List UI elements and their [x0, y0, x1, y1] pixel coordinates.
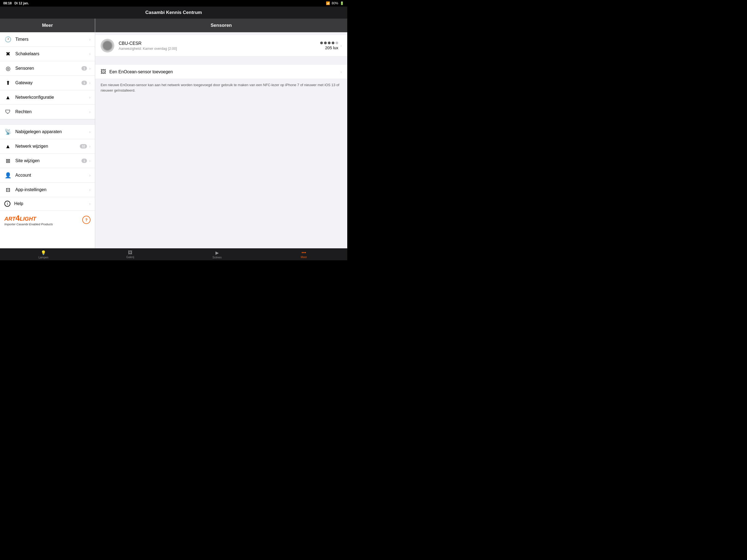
lamp-icon: 💡	[41, 250, 46, 255]
chevron-right-icon: ›	[89, 173, 91, 177]
sidebar-item-help[interactable]: i Help ›	[0, 197, 95, 210]
sidebar-label-nabijgelegen: Nabijgelegen apparaten	[15, 129, 89, 134]
sidebar-item-schakelaars[interactable]: ✖ Schakelaars ›	[0, 47, 95, 61]
sidebar-item-netwerkconfiguratie[interactable]: ▲ Netwerkconfiguratie ›	[0, 90, 95, 105]
sidebar-item-netwerk-wijzigen[interactable]: ▲ Netwerk wijzigen 32 ›	[0, 139, 95, 154]
chevron-right-icon: ›	[89, 144, 91, 149]
netwerk-badge: 32	[80, 144, 87, 149]
logo-section: ART4LIGHT Importer Casambi Enabled Produ…	[0, 210, 95, 229]
bottom-tab-bar: 💡 Lampen 🖼 Galerij ▶ Scènes ••• Meer	[0, 248, 347, 260]
sidebar-item-site-wijzigen[interactable]: ⊞ Site wijzigen 1 ›	[0, 154, 95, 168]
battery-icon: 🔋	[340, 1, 344, 5]
tab-label-galerij: Galerij	[126, 256, 134, 259]
gallery-icon: 🖼	[128, 250, 132, 255]
sidebar-label-gateway: Gateway	[15, 80, 81, 85]
app-title: Casambi Kennis Centrum	[146, 10, 202, 15]
network-icon: ▲	[4, 94, 11, 101]
chevron-right-icon: ›	[340, 44, 342, 48]
chevron-right-icon: ›	[89, 81, 91, 85]
tab-meer[interactable]: ••• Meer	[261, 249, 347, 260]
network2-icon: ▲	[4, 143, 11, 150]
tab-galerij[interactable]: 🖼 Galerij	[87, 249, 174, 260]
status-icons: 📶 80% 🔋	[326, 1, 344, 5]
gateway-icon: ⬆	[4, 79, 11, 86]
sidebar-header: Meer	[0, 19, 95, 32]
chevron-right-icon: ›	[89, 202, 91, 206]
chevron-right-icon: ›	[89, 130, 91, 134]
help-question-button[interactable]: ?	[82, 216, 91, 224]
add-sensor-section: 🖼 Een EnOcean-sensor toevoegen › Een nie…	[95, 65, 347, 96]
wifi-icon: 📶	[326, 1, 330, 5]
sidebar-item-nabijgelegen[interactable]: 📡 Nabijgelegen apparaten ›	[0, 125, 95, 139]
chevron-right-icon: ›	[89, 187, 91, 192]
title-bar: Casambi Kennis Centrum	[0, 6, 347, 19]
panel-header: Sensoren	[95, 19, 347, 32]
add-sensor-label: Een EnOcean-sensor toevoegen	[109, 70, 337, 74]
sidebar-label-rechten: Rechten	[15, 109, 89, 114]
chevron-right-icon: ›	[89, 95, 91, 100]
image-icon: 🖼	[101, 69, 106, 75]
sidebar-label-schakelaars: Schakelaars	[15, 51, 89, 56]
sidebar-item-account[interactable]: 👤 Account ›	[0, 168, 95, 183]
add-sensor-row[interactable]: 🖼 Een EnOcean-sensor toevoegen ›	[95, 65, 347, 79]
sidebar-item-sensoren[interactable]: ◎ Sensoren 1 ›	[0, 61, 95, 76]
signal-dots	[320, 42, 338, 44]
main-container: Meer 🕐 Timers › ✖ Schakelaars › ◎ Sensor…	[0, 19, 347, 248]
sidebar-label-app-instellingen: App-instellingen	[15, 187, 89, 192]
panel-content: CBU-CESR Aanwezigheid: Kamer overdag [2:…	[95, 32, 347, 248]
tab-lampen[interactable]: 💡 Lampen	[0, 249, 87, 260]
sensor-icon: ◎	[4, 65, 11, 72]
nearby-icon: 📡	[4, 128, 11, 135]
spacer	[95, 57, 347, 62]
scenes-icon: ▶	[215, 250, 219, 255]
switch-icon: ✖	[4, 50, 11, 57]
sidebar-item-app-instellingen[interactable]: ⊟ App-instellingen ›	[0, 183, 95, 197]
sensor-right: 205 lux ›	[320, 42, 342, 50]
chevron-right-icon: ›	[89, 110, 91, 114]
shield-icon: 🛡	[4, 108, 11, 116]
right-panel: Sensoren CBU-CESR Aanwezigheid: Kamer ov…	[95, 19, 347, 248]
clock-icon: 🕐	[4, 36, 11, 43]
sensor-lux: 205 lux	[325, 45, 338, 50]
sidebar-separator	[0, 119, 95, 125]
sidebar-label-netwerk-wijzigen: Netwerk wijzigen	[15, 144, 80, 149]
sidebar-item-gateway[interactable]: ⬆ Gateway 1 ›	[0, 76, 95, 90]
sensor-card[interactable]: CBU-CESR Aanwezigheid: Kamer overdag [2:…	[95, 35, 347, 57]
sidebar-item-timers[interactable]: 🕐 Timers ›	[0, 32, 95, 47]
gateway-badge: 1	[81, 81, 87, 85]
battery-text: 80%	[332, 1, 338, 5]
dot-3	[328, 42, 331, 44]
tab-label-meer: Meer	[301, 256, 307, 259]
chevron-right-icon: ›	[89, 66, 91, 71]
more-icon: •••	[302, 250, 306, 255]
art4light-logo: ART4LIGHT	[4, 214, 82, 223]
sensor-avatar	[101, 39, 114, 52]
status-bar: 08:18 Di 12 jan. 📶 80% 🔋	[0, 0, 347, 6]
sensor-name: CBU-CESR	[119, 41, 320, 46]
tab-label-scenes: Scènes	[212, 256, 222, 259]
chevron-right-icon: ›	[89, 52, 91, 56]
account-icon: 👤	[4, 172, 11, 179]
status-time-date: 08:18 Di 12 jan.	[3, 1, 29, 5]
dot-1	[320, 42, 323, 44]
panel-title: Sensoren	[210, 23, 232, 28]
sensor-info: CBU-CESR Aanwezigheid: Kamer overdag [2:…	[119, 41, 320, 51]
sensoren-badge: 1	[81, 66, 87, 71]
logo-tagline: Importer Casambi Enabled Products	[4, 223, 82, 226]
sidebar-label-account: Account	[15, 173, 89, 178]
sidebar-label-site-wijzigen: Site wijzigen	[15, 158, 81, 163]
chevron-right-icon: ›	[89, 159, 91, 163]
sidebar-item-rechten[interactable]: 🛡 Rechten ›	[0, 105, 95, 119]
add-sensor-description: Een nieuwe EnOcean-sensor kan aan het ne…	[95, 79, 347, 96]
sidebar: Meer 🕐 Timers › ✖ Schakelaars › ◎ Sensor…	[0, 19, 95, 248]
settings-icon: ⊟	[4, 186, 11, 193]
tab-label-lampen: Lampen	[38, 256, 48, 259]
sidebar-label-help: Help	[14, 201, 89, 206]
info-icon: i	[4, 201, 10, 207]
chevron-right-icon: ›	[340, 70, 342, 74]
sensor-description: Aanwezigheid: Kamer overdag [2:00]	[119, 47, 320, 51]
tab-scenes[interactable]: ▶ Scènes	[174, 249, 261, 260]
sidebar-label-sensoren: Sensoren	[15, 66, 81, 71]
dot-4	[332, 42, 334, 44]
sidebar-label-timers: Timers	[15, 37, 89, 42]
